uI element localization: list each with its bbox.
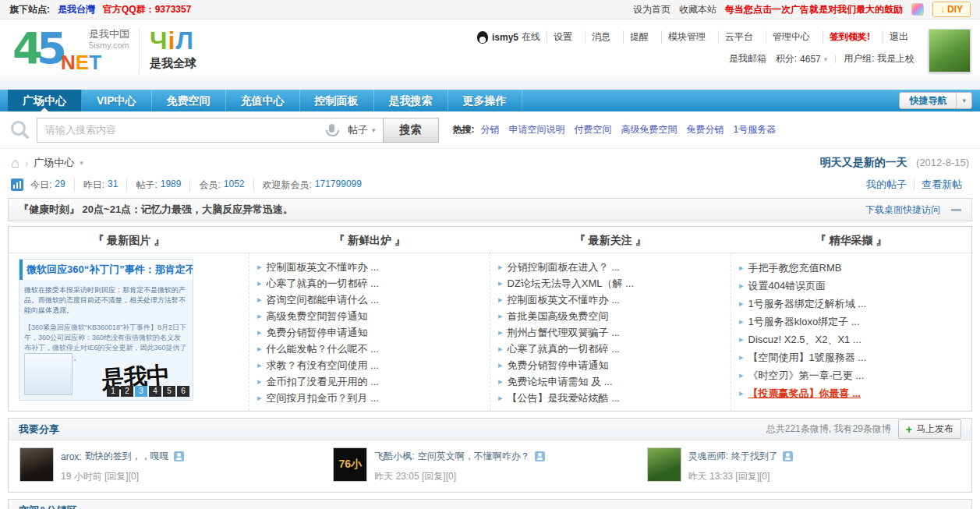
carousel-page-2[interactable]: 2 xyxy=(121,386,133,397)
search-button[interactable]: 搜索 xyxy=(383,118,439,143)
user-link-1[interactable]: 消息 xyxy=(585,30,617,44)
search-input[interactable] xyxy=(37,119,326,141)
stat-item-4: 欢迎新会员:171799099 xyxy=(253,179,370,192)
follow-column: ▸分销控制面板在进入？ ...▸DZ论坛无法导入XML（解 ...▸控制面板英文… xyxy=(490,253,731,411)
topic-link[interactable]: 高级免费空間暂停通知 xyxy=(267,308,368,324)
topic-link[interactable]: 手把手教您充值RMB xyxy=(748,259,842,277)
breadcrumb-current[interactable]: 广场中心 xyxy=(34,156,74,170)
list-item: ▸咨询空间都能申请什么 ... xyxy=(257,292,482,308)
bookmark-link[interactable]: 收藏本站 xyxy=(679,3,716,16)
hot-search-link-5[interactable]: 1号服务器 xyxy=(734,124,777,135)
topic-link[interactable]: 免费论坛申请需知 及 ... xyxy=(508,373,613,390)
stat-label: 会员: xyxy=(199,179,220,192)
topic-link[interactable]: Discuz! X2.5、X2、X1 ... xyxy=(748,330,861,348)
carousel-page-4[interactable]: 4 xyxy=(149,386,161,397)
stats-link-0[interactable]: 我的帖子 xyxy=(859,179,914,190)
user-link-4[interactable]: 云平台 xyxy=(718,30,759,44)
topic-link[interactable]: 1号服务器kloxo绑定子 ... xyxy=(748,313,860,330)
topic-link[interactable]: 空间按月扣金币？到月 ... xyxy=(267,390,379,406)
nav-item-2[interactable]: 免费空间 xyxy=(152,90,226,111)
carousel-page-6[interactable]: 6 xyxy=(177,386,189,397)
topic-link[interactable]: 分销控制面板在进入？ ... xyxy=(508,259,620,275)
set-home-link[interactable]: 设为首页 xyxy=(633,3,670,16)
topic-link[interactable]: 《时空刃》第一章-已更 ... xyxy=(748,366,865,384)
nav-item-5[interactable]: 是我搜索 xyxy=(374,90,448,111)
bullet-icon: ▸ xyxy=(257,308,262,324)
download-shortcut-link[interactable]: 下载桌面快捷访问 xyxy=(865,203,940,217)
topic-link[interactable]: 心寒了就真的一切都碎 ... xyxy=(508,341,620,357)
topic-link[interactable]: 控制面板英文不懂咋办 ... xyxy=(508,292,620,308)
microphone-icon[interactable] xyxy=(329,124,334,133)
user-link-2[interactable]: 提醒 xyxy=(623,30,655,44)
avatar[interactable] xyxy=(19,447,54,482)
globe-char-1: Ч xyxy=(150,27,168,55)
credits-value[interactable]: 4657 xyxy=(800,54,821,65)
topic-link[interactable]: 什么能发帖？什么呢不 ... xyxy=(267,341,379,357)
hot-search-link-2[interactable]: 付费空间 xyxy=(575,124,612,135)
hot-search-link-3[interactable]: 高级免费空間 xyxy=(621,124,678,135)
post-author[interactable]: 灵魂画师: xyxy=(688,450,728,463)
topic-link[interactable]: 【公告】是我爱站炫酷 ... xyxy=(508,390,620,406)
nav-item-6[interactable]: 更多操作 xyxy=(448,90,522,111)
home-icon[interactable]: ⌂ xyxy=(11,156,19,170)
hot-search-link-4[interactable]: 免费分销 xyxy=(687,124,724,135)
nav-item-0[interactable]: 广场中心 xyxy=(8,90,82,111)
site-logo[interactable]: 45 NET 是我中国 5ismy.com xyxy=(12,24,145,85)
collapse-icon[interactable] xyxy=(951,209,961,211)
user-link-3[interactable]: 模块管理 xyxy=(661,30,712,44)
carousel-page-3[interactable]: 3 xyxy=(135,386,147,397)
topic-link[interactable]: 咨询空间都能申请什么 ... xyxy=(267,292,379,308)
group-value[interactable]: 我是上校 xyxy=(877,52,915,65)
topic-link[interactable]: 求教？有没有空间使用 ... xyxy=(267,357,379,373)
search-category-dropdown[interactable]: 帖子 ▾ xyxy=(341,118,383,142)
hot-search-link-1[interactable]: 申请空间说明 xyxy=(509,124,565,135)
theme-icon[interactable] xyxy=(911,3,924,16)
user-link-0[interactable]: 设置 xyxy=(547,30,578,44)
topic-link[interactable]: 【投票赢奖品】你最喜 ... xyxy=(748,384,861,402)
stats-link-1[interactable]: 查看新帖 xyxy=(914,179,969,190)
user-link-7[interactable]: 退出 xyxy=(883,30,915,44)
space-distribution-section: 空间&分销区 xyxy=(8,499,972,509)
topic-link[interactable]: 设置404错误页面 xyxy=(748,277,826,295)
logo-char-5: 5 xyxy=(37,23,61,73)
diy-button[interactable]: ↓DIY xyxy=(932,2,971,17)
topic-link[interactable]: 心寒了就真的一切都碎 ... xyxy=(267,275,379,292)
user-link-5[interactable]: 管理中心 xyxy=(766,30,816,44)
nav-item-4[interactable]: 控制面板 xyxy=(300,90,374,111)
post-author[interactable]: 飞酷小枫: xyxy=(374,450,414,463)
avatar[interactable]: 76小 xyxy=(333,447,367,482)
mail-link[interactable]: 是我邮箱 xyxy=(729,52,766,65)
image-carousel[interactable]: 微软回应360“补丁门”事件：那肯定不是 微软在接受本报采访时则回应：那肯定不是… xyxy=(19,259,193,401)
globe-logo[interactable]: ЧіЛ 是我全球 xyxy=(150,27,196,71)
nav-item-3[interactable]: 充值中心 xyxy=(226,90,300,111)
publish-button[interactable]: + 马上发布 xyxy=(898,419,961,439)
post-content: 终于找到了 xyxy=(731,450,778,463)
topic-link[interactable]: 【空間使用】1號服務器 ... xyxy=(748,348,867,366)
chevron-down-icon[interactable]: ▾ xyxy=(80,159,83,167)
topic-link[interactable]: 免费分销暂停申请通知 xyxy=(508,357,609,373)
user-avatar[interactable] xyxy=(929,29,971,72)
list-item: ▸心寒了就真的一切都碎 ... xyxy=(257,275,482,292)
avatar[interactable] xyxy=(647,447,681,482)
topic-link[interactable]: 免费分销暂停申请通知 xyxy=(267,324,368,341)
topic-link[interactable]: 首批美国高级免费空间 xyxy=(508,308,609,324)
carousel-headline[interactable]: 微软回应360“补丁门”事件：那肯定不是 xyxy=(19,260,193,280)
quick-nav-button[interactable]: 快捷导航 ▾ xyxy=(899,92,972,109)
hot-search-link-0[interactable]: 分销 xyxy=(481,124,500,135)
post-author[interactable]: arox: xyxy=(61,451,82,462)
nav-item-1[interactable]: VIP中心 xyxy=(82,90,152,111)
username-link[interactable]: ismy5 xyxy=(492,32,518,43)
topic-link[interactable]: 控制面板英文不懂咋办 ... xyxy=(267,259,379,275)
site-link-taiwan[interactable]: 是我台灣 xyxy=(58,3,95,16)
post-timestamp: 昨天 23:05 [回复][0] xyxy=(374,470,544,483)
topic-link[interactable]: 金币扣了没看见开用的 ... xyxy=(267,373,379,390)
carousel-page-1[interactable]: 1 xyxy=(107,386,119,397)
topic-link[interactable]: DZ论坛无法导入XML（解 ... xyxy=(508,275,635,292)
topic-link[interactable]: 荆州占蟹代理双簧骗子 ... xyxy=(508,324,620,341)
chevron-down-icon[interactable]: ▾ xyxy=(956,93,971,108)
chevron-down-icon[interactable]: ▾ xyxy=(824,55,828,63)
topic-link[interactable]: 1号服务器绑定泛解析域 ... xyxy=(748,295,867,313)
stat-value[interactable]: 171799099 xyxy=(315,179,362,192)
carousel-page-5[interactable]: 5 xyxy=(163,386,175,397)
user-link-6[interactable]: 签到领奖! xyxy=(823,30,876,44)
